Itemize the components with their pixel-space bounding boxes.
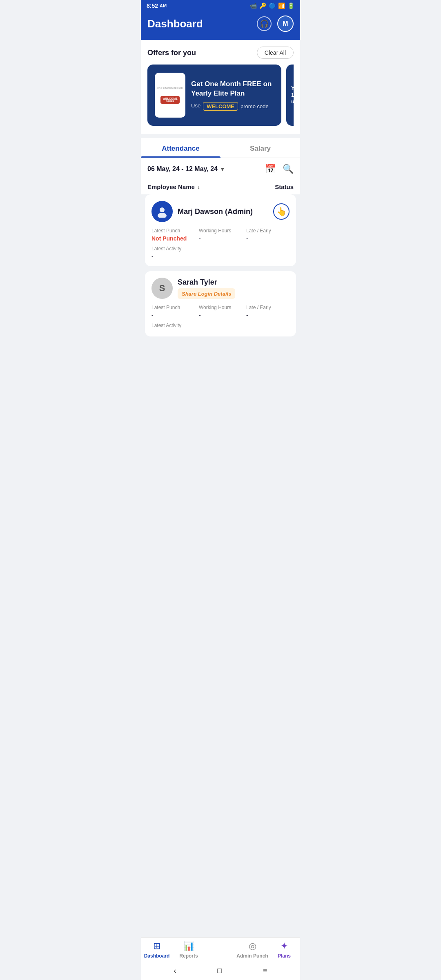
support-icon[interactable]: 🎧	[257, 16, 272, 31]
employee-card-header: Marj Dawson (Admin) 👆	[151, 201, 290, 222]
employee-name-label: Employee Name	[147, 183, 195, 190]
partial-text-1: Yo	[291, 85, 294, 92]
promo-title: Get One Month FREE on Yearly Elite Plan	[191, 80, 274, 98]
latest-punch-value: Not Punched	[151, 235, 195, 242]
employee-name: Sarah Tyler	[178, 278, 235, 287]
avatar: S	[151, 278, 173, 299]
tab-attendance[interactable]: Attendance	[141, 138, 220, 158]
working-hours-value: -	[199, 312, 242, 318]
status-ampm: AM	[160, 3, 167, 8]
header-icons: 🎧 M	[257, 16, 294, 32]
touch-icon: 👆	[276, 207, 287, 216]
employee-name-container: Marj Dawson (Admin)	[178, 207, 253, 216]
employee-info: S Sarah Tyler Share Login Details	[151, 278, 235, 299]
latest-punch-item: Latest Punch -	[151, 305, 195, 318]
latest-activity-value: -	[151, 253, 290, 260]
clear-all-button[interactable]: Clear All	[257, 47, 294, 59]
offers-section: Offers for you Clear All FOR LIMITED PER…	[141, 40, 300, 134]
avatar	[151, 201, 173, 222]
employee-details: Latest Punch - Working Hours - Late / Ea…	[151, 305, 290, 318]
promo-prefix: Use	[191, 102, 200, 109]
employee-details: Latest Punch Not Punched Working Hours -…	[151, 228, 290, 242]
promo-suffix: promo code	[241, 103, 269, 109]
working-hours-label: Working Hours	[199, 228, 242, 234]
latest-activity-row: Latest Activity -	[151, 246, 290, 260]
working-hours-item: Working Hours -	[199, 228, 242, 242]
video-icon: 📹	[250, 2, 257, 9]
table-header: Employee Name ↓ Status	[141, 180, 300, 194]
late-early-value: -	[246, 235, 290, 242]
signal-icon: 📶	[278, 2, 285, 9]
late-early-item: Late / Early -	[246, 305, 290, 318]
employee-card-header: S Sarah Tyler Share Login Details	[151, 278, 290, 299]
date-range-label: 06 May, 24 - 12 May, 24	[147, 165, 218, 173]
date-filter-row: 06 May, 24 - 12 May, 24 ▾ 📅 🔍	[141, 158, 300, 180]
employee-name-container: Sarah Tyler Share Login Details	[178, 278, 235, 299]
latest-punch-value: -	[151, 312, 195, 318]
chevron-down-icon: ▾	[221, 166, 224, 172]
app-header: Dashboard 🎧 M	[141, 11, 300, 40]
filter-icons: 📅 🔍	[265, 164, 294, 174]
employee-name: Marj Dawson (Admin)	[178, 207, 253, 216]
employee-info: Marj Dawson (Admin)	[151, 201, 253, 222]
welcome-text: WELCOME	[163, 97, 178, 100]
promo-code-row: Use WELCOME promo code	[191, 102, 274, 111]
offers-header: Offers for you Clear All	[147, 47, 294, 59]
late-early-label: Late / Early	[246, 228, 290, 234]
partial-text-2: 13	[291, 92, 294, 99]
touch-icon-button[interactable]: 👆	[273, 203, 290, 220]
battery-icon: 🔋	[287, 2, 294, 9]
working-hours-item: Working Hours -	[199, 305, 242, 318]
latest-activity-label: Latest Activity	[151, 323, 290, 328]
share-login-badge[interactable]: Share Login Details	[178, 288, 235, 299]
offers-title: Offers for you	[147, 49, 196, 57]
svg-point-1	[158, 213, 167, 218]
working-hours-label: Working Hours	[199, 305, 242, 310]
employees-list: Marj Dawson (Admin) 👆 Latest Punch Not P…	[141, 194, 300, 382]
user-avatar[interactable]: M	[277, 16, 294, 32]
status-icons: 📹 🔑 🔵 📶 🔋	[250, 2, 294, 9]
key-icon: 🔑	[259, 2, 266, 9]
promo-card-1[interactable]: FOR LIMITED PERIOD WELCOME OFFER Get One…	[147, 65, 281, 126]
partial-text-3: us	[291, 98, 294, 105]
latest-punch-item: Latest Punch Not Punched	[151, 228, 195, 242]
tab-salary[interactable]: Salary	[220, 138, 300, 158]
latest-activity-label: Latest Activity	[151, 246, 290, 252]
main-content: Offers for you Clear All FOR LIMITED PER…	[141, 40, 300, 382]
employee-card: S Sarah Tyler Share Login Details Latest…	[145, 271, 296, 336]
bluetooth-icon: 🔵	[269, 2, 276, 9]
sort-icon: ↓	[197, 184, 200, 190]
late-early-value: -	[246, 312, 290, 318]
offer-text: OFFER	[163, 100, 178, 102]
latest-punch-label: Latest Punch	[151, 305, 195, 310]
welcome-offer-box: WELCOME OFFER	[160, 96, 180, 104]
page-title: Dashboard	[147, 18, 203, 30]
date-range[interactable]: 06 May, 24 - 12 May, 24 ▾	[147, 165, 224, 173]
promo-content: Get One Month FREE on Yearly Elite Plan …	[191, 80, 274, 110]
status-header: Status	[275, 183, 294, 190]
late-early-label: Late / Early	[246, 305, 290, 310]
employee-name-header[interactable]: Employee Name ↓	[147, 183, 200, 190]
tabs-section: Attendance Salary	[141, 138, 300, 158]
late-early-item: Late / Early -	[246, 228, 290, 242]
latest-punch-label: Latest Punch	[151, 228, 195, 234]
promo-phone-mockup: FOR LIMITED PERIOD WELCOME OFFER	[155, 73, 185, 118]
status-time: 8:52	[147, 2, 158, 9]
latest-activity-row: Latest Activity	[151, 323, 290, 328]
status-bar: 8:52 AM 📹 🔑 🔵 📶 🔋	[141, 0, 300, 11]
search-icon[interactable]: 🔍	[283, 164, 294, 174]
calendar-icon[interactable]: 📅	[265, 164, 276, 174]
share-login-text: Share Login Details	[182, 291, 231, 297]
promo-card-2[interactable]: Yo 13 us	[286, 65, 294, 126]
limited-tag: FOR LIMITED PERIOD	[157, 87, 183, 89]
working-hours-value: -	[199, 235, 242, 242]
employee-card: Marj Dawson (Admin) 👆 Latest Punch Not P…	[145, 194, 296, 266]
promo-cards-wrapper: FOR LIMITED PERIOD WELCOME OFFER Get One…	[147, 65, 294, 126]
promo-code: WELCOME	[203, 102, 238, 111]
svg-point-0	[160, 207, 165, 212]
